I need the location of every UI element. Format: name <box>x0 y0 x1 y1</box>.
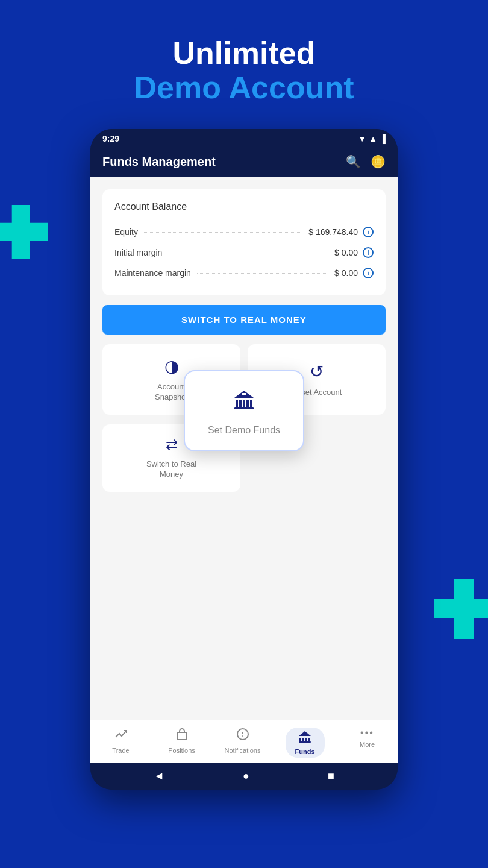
initial-margin-info-icon[interactable]: i <box>363 247 374 258</box>
equity-value: $ 169,748.40 <box>308 227 358 237</box>
account-balance-title: Account Balance <box>114 201 374 212</box>
equity-info-icon[interactable]: i <box>363 227 374 237</box>
android-nav-bar: ◄ ● ■ <box>90 763 398 790</box>
trade-icon <box>114 728 128 744</box>
equity-row: Equity $ 169,748.40 i <box>114 222 374 242</box>
positions-label: Positions <box>168 747 195 754</box>
nav-item-positions[interactable]: Positions <box>164 728 200 758</box>
svg-rect-16 <box>299 741 311 743</box>
phone-frame: 9:29 ▼ ▲ ▐ Funds Management 🔍 🪙 Account … <box>90 129 398 790</box>
notifications-icon <box>236 728 249 744</box>
nav-item-trade[interactable]: Trade <box>103 728 139 758</box>
set-demo-funds-popup[interactable]: Set Demo Funds <box>184 370 304 451</box>
svg-rect-8 <box>177 732 187 740</box>
battery-icon: ▐ <box>380 134 386 143</box>
nav-item-funds[interactable]: Funds <box>286 728 325 758</box>
app-header-text: Unlimited Demo Account <box>134 36 354 105</box>
more-label: More <box>360 741 375 748</box>
svg-rect-14 <box>305 738 307 742</box>
nav-title: Funds Management <box>102 155 216 169</box>
demo-funds-popup-icon <box>232 388 256 418</box>
svg-rect-5 <box>234 407 254 409</box>
svg-rect-0 <box>236 400 238 407</box>
initial-margin-value: $ 0.00 <box>334 248 358 257</box>
funds-active-bg: Funds <box>286 728 325 758</box>
notifications-label: Notifications <box>225 747 261 754</box>
svg-rect-1 <box>239 400 242 407</box>
initial-margin-row: Initial margin $ 0.00 i <box>114 242 374 263</box>
funds-icon <box>298 730 311 747</box>
home-button[interactable]: ● <box>243 770 249 782</box>
maintenance-margin-label: Maintenance margin <box>114 268 191 278</box>
back-button[interactable]: ◄ <box>154 770 164 782</box>
svg-rect-12 <box>299 738 301 742</box>
app-title-line1: Unlimited <box>134 36 354 71</box>
status-icons: ▼ ▲ ▐ <box>358 134 386 143</box>
account-balance-card: Account Balance Equity $ 169,748.40 i In… <box>102 189 386 295</box>
signal-icon: ▲ <box>369 134 377 143</box>
bottom-navigation: Trade Positions Notifications <box>90 720 398 763</box>
svg-rect-7 <box>242 393 246 395</box>
account-snapshot-label: AccountSnapshot <box>155 382 188 403</box>
switch-real-money-label: Switch to RealMoney <box>146 459 196 480</box>
top-nav-bar: Funds Management 🔍 🪙 <box>90 148 398 177</box>
coins-icon[interactable]: 🪙 <box>371 154 386 169</box>
svg-rect-4 <box>250 400 252 407</box>
demo-funds-popup-label: Set Demo Funds <box>208 425 280 436</box>
recents-button[interactable]: ■ <box>328 770 334 782</box>
main-content: Account Balance Equity $ 169,748.40 i In… <box>90 177 398 720</box>
svg-rect-3 <box>246 400 249 407</box>
maintenance-margin-info-icon[interactable]: i <box>363 268 374 278</box>
svg-rect-13 <box>302 738 304 742</box>
trade-label: Trade <box>112 747 129 754</box>
initial-margin-label: Initial margin <box>114 248 162 257</box>
nav-icons: 🔍 🪙 <box>346 154 386 169</box>
app-title-line2: Demo Account <box>134 71 354 105</box>
svg-point-11 <box>242 735 243 737</box>
switch-real-money-icon: ⇄ <box>166 436 178 453</box>
maintenance-margin-value: $ 0.00 <box>334 268 358 278</box>
deco-plus-left <box>0 205 48 259</box>
maintenance-margin-row: Maintenance margin $ 0.00 i <box>114 263 374 283</box>
svg-rect-15 <box>308 738 310 742</box>
switch-to-real-money-button[interactable]: SWITCH TO REAL MONEY <box>102 305 386 335</box>
reset-account-icon: ↺ <box>310 362 324 382</box>
more-icon: ••• <box>360 728 374 738</box>
positions-icon <box>175 728 189 744</box>
status-bar: 9:29 ▼ ▲ ▐ <box>90 129 398 148</box>
nav-item-notifications[interactable]: Notifications <box>225 728 261 758</box>
account-snapshot-icon: ◑ <box>164 356 179 376</box>
deco-plus-right <box>434 579 488 639</box>
funds-label: Funds <box>295 748 315 755</box>
nav-item-more[interactable]: ••• More <box>349 728 386 758</box>
wifi-icon: ▼ <box>358 134 366 143</box>
svg-marker-17 <box>299 731 311 736</box>
equity-label: Equity <box>114 227 138 237</box>
svg-rect-2 <box>243 400 245 407</box>
search-icon[interactable]: 🔍 <box>346 154 361 169</box>
time-display: 9:29 <box>102 134 119 143</box>
